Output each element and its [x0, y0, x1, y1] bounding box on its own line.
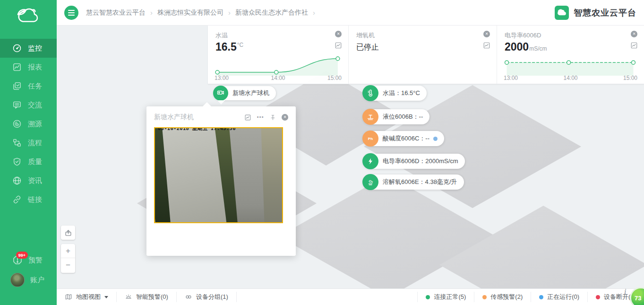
tasks-icon [12, 81, 22, 91]
zoom-in-button[interactable]: + [61, 244, 75, 258]
sparkline-time-labels: 13:0014:0015:00 [504, 75, 637, 81]
pin-icon[interactable] [269, 114, 276, 121]
card-unit: °C [237, 42, 243, 48]
thermometer-icon [362, 85, 378, 101]
sensor-card-conductivity: 电导率6006D 2000mS/cm 13:0014:0015:00 [497, 26, 644, 84]
chart-line-icon[interactable] [630, 42, 638, 51]
trace-icon [12, 119, 22, 129]
map-canvas[interactable]: 水温 16.5°C 13:0014:0015:00 增氧机 已停止 电导率600… [57, 26, 644, 288]
status-sensor-warning[interactable]: 传感预警(2) [474, 292, 531, 302]
chart-line-icon[interactable] [335, 42, 342, 51]
breadcrumb-separator: › [228, 9, 231, 17]
cloud-leaf-logo [555, 6, 569, 20]
chart-line-icon[interactable] [483, 42, 490, 51]
more-dots-icon[interactable]: ⋯ [257, 115, 264, 120]
alarm-icon [125, 293, 132, 301]
flow-icon [12, 138, 22, 148]
hamburger-menu-button[interactable] [64, 6, 78, 20]
sidebar-item-label: 报表 [28, 63, 42, 72]
cloud-leaf-logo [0, 2, 57, 28]
status-dot-green [426, 295, 430, 299]
sidebar-item-monitor[interactable]: 监控 [0, 39, 57, 58]
card-title: 电导率6006D [505, 31, 541, 40]
sidebar-item-label: 资讯 [28, 176, 42, 185]
sparkline-time-labels: 13:0014:0015:00 [215, 75, 342, 81]
sidebar-item-account[interactable]: 账户 [0, 270, 57, 289]
camera-device-pin[interactable]: 新塘水产球机 [214, 86, 276, 100]
bottom-bar: 地图视图 智能预警(0) 设备分组(1) 连接正常(5) 传感预警(2) 正在运… [57, 288, 644, 305]
camera-popup: 新塘水产球机 ⋯ 03-16-2018 星期五 17:45:56 [146, 106, 296, 256]
sensor-cards-row: 水温 16.5°C 13:0014:0015:00 增氧机 已停止 电导率600… [208, 26, 644, 84]
camera-video-feed[interactable]: 03-16-2018 星期五 17:45:56 [154, 127, 283, 223]
sidebar-item-quality[interactable]: 质量 [0, 152, 57, 171]
breadcrumb-item-company[interactable]: 株洲志恒实业有限公司 [157, 9, 223, 17]
video-water [261, 127, 283, 223]
pin-water-temp[interactable]: 水温：16.5°C [363, 86, 427, 101]
status-dot-orange [482, 295, 487, 299]
pin-conductivity[interactable]: 电导率6006D：2000mS/cm [363, 154, 465, 169]
card-value: 2000mS/cm [505, 41, 547, 53]
video-timestamp: 03-16-2018 星期五 17:45:56 [158, 127, 236, 223]
breadcrumb-item-platform[interactable]: 慧云智慧农业云平台 [86, 9, 146, 17]
sidebar-item-communication[interactable]: 交流 [0, 96, 57, 114]
close-icon[interactable] [282, 114, 288, 121]
map-icon [65, 293, 72, 301]
sidebar-item-alerts[interactable]: 99+ 预警 [0, 251, 57, 270]
sidebar-item-traceability[interactable]: 溯源 [0, 114, 57, 133]
sidebar-item-label: 溯源 [28, 120, 42, 129]
svg-text:Ph: Ph [368, 137, 373, 141]
map-view-label: 地图视图 [76, 293, 101, 301]
pin-label: 溶解氧6006E：4.38毫克/升 [383, 178, 457, 186]
breadcrumb-item-coop[interactable]: 新塘众民生态水产合作社 [235, 9, 308, 17]
map-view-selector[interactable]: 地图视图 [57, 292, 117, 302]
pin-label: 水温：16.5°C [383, 89, 420, 97]
close-icon[interactable] [335, 31, 342, 37]
card-unit: mS/cm [529, 45, 547, 52]
alert-icon-wrap: 99+ [12, 255, 28, 265]
zoom-out-button[interactable]: − [61, 258, 75, 272]
pin-dissolved-oxygen[interactable]: O2 溶解氧6006E：4.38毫克/升 [363, 174, 464, 190]
smart-alerts-button[interactable]: 智能预警(0) [117, 292, 177, 302]
status-label: 连接正常(5) [434, 293, 466, 301]
status-dot-red [596, 295, 600, 299]
water-temp-sparkline [214, 53, 342, 76]
status-dot-blue [433, 137, 438, 141]
report-chart-icon [12, 62, 22, 72]
sidebar-item-links[interactable]: 链接 [0, 190, 57, 209]
camera-pin-label: 新塘水产球机 [232, 89, 269, 97]
cctv-camera-icon [213, 86, 228, 101]
sidebar-item-label: 预警 [28, 256, 43, 265]
sidebar-item-news[interactable]: 资讯 [0, 171, 57, 190]
liquid-level-icon [362, 109, 378, 125]
sidebar-item-label: 链接 [28, 195, 42, 204]
top-bar: 慧云智慧农业云平台 › 株洲志恒实业有限公司 › 新塘众民生态水产合作社 › 智… [57, 0, 644, 26]
close-icon[interactable] [483, 31, 490, 37]
close-icon[interactable] [631, 31, 637, 37]
pin-liquid-level[interactable]: 液位6006B：-- [363, 109, 429, 124]
device-groups-button[interactable]: 设备分组(1) [177, 292, 237, 302]
sidebar-item-tasks[interactable]: 任务 [0, 77, 57, 96]
status-label: 传感预警(2) [490, 293, 523, 301]
pin-ph[interactable]: Ph 酸碱度6006C：-- [363, 131, 444, 146]
card-title: 水温 [215, 31, 228, 40]
alert-count-badge: 99+ [16, 252, 28, 259]
link-icon [12, 195, 22, 204]
status-running[interactable]: 正在运行(0) [531, 292, 587, 302]
smart-alerts-label: 智能预警(0) [136, 293, 168, 301]
popup-title: 新塘水产球机 [154, 113, 194, 122]
conductivity-sparkline [503, 53, 637, 76]
share-upload-button[interactable] [61, 226, 75, 240]
chart-line-icon[interactable] [244, 114, 251, 121]
oxygen-icon: O2 [362, 174, 378, 190]
sidebar-item-process[interactable]: 流程 [0, 133, 57, 152]
sidebar: 监控 报表 任务 交流 溯源 流程 质量 资讯 [0, 0, 57, 305]
sensor-card-water-temp: 水温 16.5°C 13:0014:0015:00 [208, 26, 348, 84]
sidebar-item-reports[interactable]: 报表 [0, 58, 57, 77]
zoom-control: + − [61, 244, 75, 273]
ph-icon: Ph [362, 131, 378, 147]
quality-shield-icon [12, 157, 22, 166]
sidebar-item-label: 监控 [28, 44, 42, 53]
status-connected[interactable]: 连接正常(5) [417, 292, 474, 302]
avatar [10, 273, 25, 287]
pin-label: 酸碱度6006C：-- [383, 134, 429, 143]
